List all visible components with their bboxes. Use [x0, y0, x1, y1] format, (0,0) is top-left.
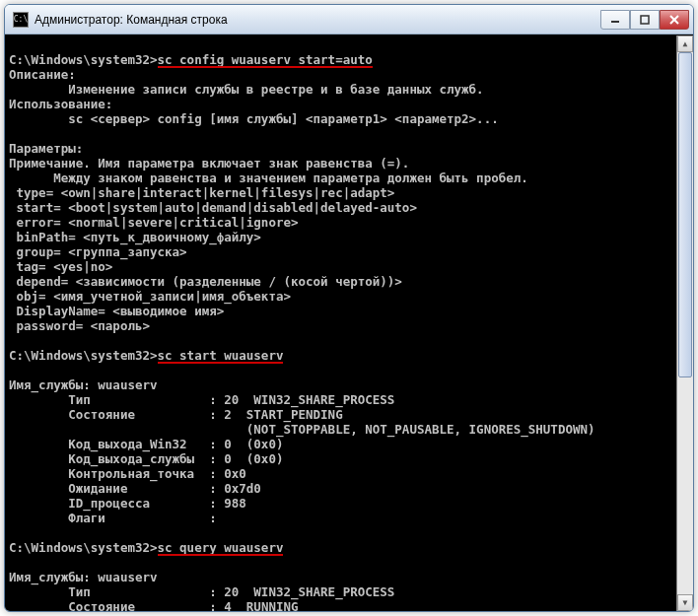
output-line: Имя_службы: wuauserv: [9, 570, 158, 584]
scroll-up-button[interactable]: ▲: [677, 35, 693, 52]
output-line: ID_процесса : 988: [9, 496, 246, 511]
close-icon: [669, 15, 679, 25]
output-line: DisplayName= <выводимое имя>: [9, 304, 224, 318]
output-line: Параметры:: [9, 141, 83, 156]
prompt: C:\Windows\system32>: [9, 540, 158, 555]
output-line: binPath= <путь_к_двоичному_файлу>: [9, 230, 261, 244]
output-line: group= <группа_запуска>: [9, 244, 187, 259]
output-line: Состояние : 4: [9, 599, 246, 611]
output-line: (NOT_STOPPABLE, NOT_PAUSABLE, IGNORES_SH…: [9, 422, 595, 437]
output-line: error= <normal|severe|critical|ignore>: [9, 215, 299, 230]
output-line: Изменение записи службы в реестре и в ба…: [9, 82, 484, 97]
scroll-thumb[interactable]: [678, 52, 692, 377]
output-line: Тип : 20 WIN32_SHARE_PROCESS: [9, 392, 394, 407]
output-line: Примечание. Имя параметра включает знак …: [9, 156, 409, 171]
output-line: type= <own|share|interact|kernel|filesys…: [9, 185, 394, 200]
output-line: Тип : 20 WIN32_SHARE_PROCESS: [9, 584, 394, 599]
maximize-icon: [640, 15, 650, 25]
prompt: C:\Windows\system32>: [9, 348, 158, 363]
output-line: Ожидание : 0x7d0: [9, 481, 261, 496]
close-button[interactable]: [660, 10, 689, 30]
app-icon: C:\: [13, 12, 29, 28]
window-controls: [600, 10, 689, 30]
output-line: Использование:: [9, 97, 112, 111]
scroll-track[interactable]: [677, 52, 693, 594]
command-prompt-window: C:\ Администратор: Командная строка C:\W…: [4, 4, 694, 612]
output-line: password= <пароль>: [9, 318, 150, 333]
output-line: sc <сервер> config [имя службы] <парамет…: [9, 111, 499, 126]
output-line: start= <boot|system|auto|demand|disabled…: [9, 200, 417, 215]
minimize-button[interactable]: [600, 10, 630, 30]
command-text: sc config wuauserv start=auto: [158, 52, 373, 67]
output-line: Между знаком равенства и значением парам…: [9, 171, 528, 185]
command-text: sc start wuauserv: [158, 348, 284, 363]
output-line: Состояние : 2 START_PENDING: [9, 407, 343, 422]
output-line: Код_выхода_Win32 : 0 (0x0): [9, 437, 283, 451]
output-line: Флаги :: [9, 511, 217, 525]
scroll-down-button[interactable]: ▼: [677, 594, 693, 611]
command-text: sc query wuauserv: [158, 540, 284, 555]
svg-rect-1: [641, 16, 649, 24]
output-line: obj= <имя_учетной_записи|имя_объекта>: [9, 289, 291, 304]
output-line: Описание:: [9, 67, 76, 82]
maximize-button[interactable]: [630, 10, 660, 30]
output-line: Код_выхода_службы : 0 (0x0): [9, 451, 283, 466]
output-line: depend= <зависимости (разделенные / (кос…: [9, 274, 402, 289]
window-title: Администратор: Командная строка: [35, 13, 600, 27]
minimize-icon: [610, 15, 620, 25]
output-line: tag= <yes|no>: [9, 259, 112, 274]
prompt: C:\Windows\system32>: [9, 52, 158, 67]
terminal-output[interactable]: C:\Windows\system32>sc config wuauserv s…: [5, 35, 676, 611]
titlebar[interactable]: C:\ Администратор: Командная строка: [5, 5, 693, 34]
running-status: RUNNING: [246, 599, 299, 611]
output-line: Имя_службы: wuauserv: [9, 377, 158, 392]
output-line: Контрольная_точка : 0x0: [9, 466, 246, 481]
console-area: C:\Windows\system32>sc config wuauserv s…: [5, 34, 693, 611]
vertical-scrollbar[interactable]: ▲ ▼: [676, 35, 693, 611]
